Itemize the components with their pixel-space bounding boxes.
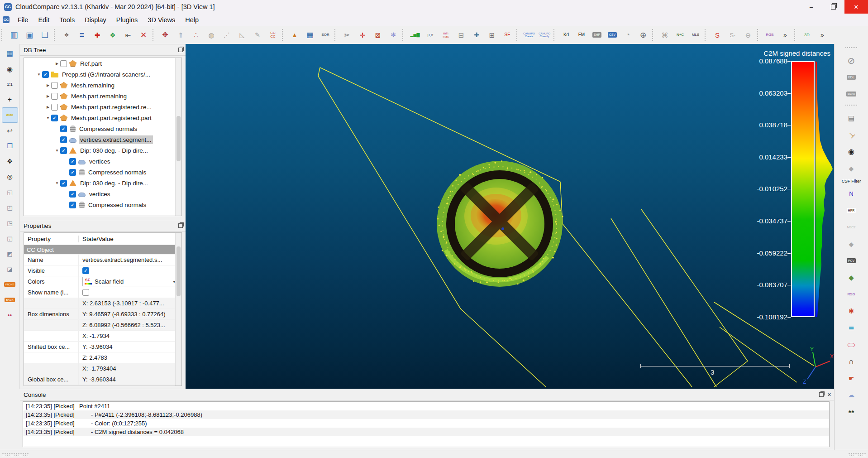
tree-expand-arrow[interactable]: ▼ bbox=[54, 149, 60, 153]
tree-expand-arrow[interactable]: ▶ bbox=[45, 83, 51, 87]
visibility-checkbox[interactable]: ✓ bbox=[69, 169, 76, 176]
visibility-checkbox[interactable]: ✓ bbox=[69, 158, 76, 165]
tree-expand-arrow[interactable]: ▶ bbox=[45, 94, 51, 98]
tree-item[interactable]: ✓Compressed normals bbox=[24, 167, 181, 178]
save-all-icon[interactable]: ❏ bbox=[37, 27, 52, 43]
shp-icon[interactable]: SHP bbox=[589, 27, 605, 43]
view-iso1-icon[interactable]: ◩ bbox=[2, 246, 18, 261]
tree-expand-arrow[interactable]: ▶ bbox=[45, 105, 51, 109]
visibility-checkbox[interactable] bbox=[51, 104, 58, 111]
screenshot-camera-icon[interactable]: ◉ bbox=[2, 61, 18, 77]
console-log[interactable]: [14:23:35] [Picked]Point #2411[14:23:35]… bbox=[23, 401, 830, 447]
csv-icon[interactable]: CSV bbox=[605, 27, 620, 43]
tree-item[interactable]: ▼✓Dip: 030 deg. - Dip dire... bbox=[24, 145, 181, 156]
hand-pick-icon[interactable]: ☛ bbox=[843, 370, 859, 386]
float-panel-icon[interactable] bbox=[178, 48, 183, 52]
toolbar-overflow-icon[interactable]: » bbox=[777, 27, 793, 43]
pick-point-icon[interactable]: ⌖ bbox=[59, 27, 74, 43]
minmax-icon[interactable]: min max bbox=[438, 27, 453, 43]
view-left-icon[interactable]: ◳ bbox=[2, 215, 18, 231]
ssao-icon[interactable]: SSAO bbox=[843, 86, 859, 102]
float-panel-icon[interactable] bbox=[819, 392, 824, 397]
sf-add-icon[interactable]: ✚ bbox=[469, 27, 484, 43]
fm-icon[interactable]: FM bbox=[574, 27, 589, 43]
save-icon[interactable]: ▣ bbox=[22, 27, 37, 43]
tree-expand-arrow[interactable]: ▶ bbox=[54, 62, 60, 66]
resolution-checker-icon[interactable]: ▦ bbox=[302, 27, 318, 43]
s-inactive-icon[interactable]: S· bbox=[725, 27, 740, 43]
kd-tree-icon[interactable]: Kd bbox=[558, 27, 574, 43]
normals-n-icon[interactable]: N bbox=[843, 185, 859, 202]
render-screen-icon[interactable]: ▦ bbox=[2, 46, 18, 61]
delete-icon[interactable]: ✕ bbox=[136, 27, 151, 43]
view-iso2-icon[interactable]: ◪ bbox=[2, 261, 18, 277]
back-view-icon[interactable]: BACK bbox=[2, 292, 18, 308]
apply-transformation-icon[interactable]: ⇤ bbox=[120, 27, 136, 43]
view-top-icon[interactable]: ◱ bbox=[2, 184, 18, 200]
mls-icon[interactable]: MLS bbox=[688, 27, 703, 43]
facets-icon[interactable]: ◆ bbox=[843, 269, 859, 286]
zoom-1-1-icon[interactable]: 1:1 bbox=[2, 77, 18, 92]
3d-view[interactable]: C2M signed distances 3 Y X Z 0.0876880.0… bbox=[186, 44, 834, 389]
menu-edit[interactable]: Edit bbox=[33, 14, 54, 26]
pivot-icon[interactable]: ↩ bbox=[2, 123, 18, 138]
minimize-button[interactable]: – bbox=[800, 0, 822, 14]
hpr-icon[interactable]: HPR bbox=[843, 202, 859, 219]
open-icon[interactable]: ▥ bbox=[6, 27, 22, 43]
sf-scale-icon[interactable]: SF bbox=[500, 27, 515, 43]
gears-icon[interactable]: ✱ bbox=[843, 303, 859, 319]
edl-icon[interactable]: EDL bbox=[843, 69, 859, 86]
menu-help[interactable]: Help bbox=[180, 14, 204, 26]
disable-filter-icon[interactable]: ⊘ bbox=[843, 52, 859, 69]
zoom-icon[interactable]: ◎ bbox=[2, 169, 18, 184]
properties-list-icon[interactable]: ≡ bbox=[74, 27, 90, 43]
rsd-icon[interactable]: RSD bbox=[843, 286, 859, 303]
canupo-create-icon[interactable]: CANUPO Create bbox=[521, 27, 537, 43]
menu-3d-views[interactable]: 3D Views bbox=[143, 14, 180, 26]
ellipse-icon[interactable]: ◯ bbox=[843, 336, 859, 353]
tree-item[interactable]: ▶Mesh.part.part.registered.re... bbox=[24, 101, 181, 112]
visibility-checkbox[interactable] bbox=[51, 93, 58, 100]
cross-section-icon[interactable]: ⊠ bbox=[370, 27, 386, 43]
visibility-checkbox[interactable]: ✓ bbox=[60, 180, 67, 187]
tree-item[interactable]: ▼✓Mesh.part.part.registered.part bbox=[24, 112, 181, 123]
scatter-b-icon[interactable]: ◺ bbox=[234, 27, 250, 43]
visibility-checkbox[interactable]: ✓ bbox=[60, 125, 67, 132]
point-list-picking-icon[interactable]: ✚ bbox=[90, 27, 105, 43]
cc-colors-icon[interactable]: CC CC bbox=[265, 27, 281, 43]
layers-icon[interactable]: ≣ bbox=[843, 319, 859, 336]
visibility-checkbox[interactable]: ✓ bbox=[69, 202, 76, 208]
s-active-icon[interactable]: S bbox=[710, 27, 725, 43]
colors-dropdown[interactable]: SFScalar field▾ bbox=[82, 277, 178, 286]
tree-item[interactable]: ▼✓Dip: 030 deg. - Dip dire... bbox=[24, 178, 181, 188]
canupo-classify-icon[interactable]: CANUPO Classify bbox=[537, 27, 552, 43]
sf-calculator-icon[interactable]: ⊞ bbox=[484, 27, 500, 43]
cloud-ruler-icon[interactable]: ☁ bbox=[843, 386, 859, 403]
point-size-plus-icon[interactable]: + bbox=[2, 92, 18, 107]
gaussian-icon[interactable]: µ,σ bbox=[423, 27, 438, 43]
toolbar-overflow2-icon[interactable]: » bbox=[815, 27, 830, 43]
tree-item[interactable]: ✓vertices bbox=[24, 188, 181, 199]
sf-delete-icon[interactable]: ⊟ bbox=[453, 27, 469, 43]
restore-button[interactable] bbox=[822, 0, 844, 14]
view-front-icon[interactable]: ◰ bbox=[2, 200, 18, 215]
property-checkbox[interactable]: ✓ bbox=[82, 267, 89, 274]
masc-train-icon[interactable]: 3D bbox=[799, 27, 815, 43]
level-icon[interactable]: ✎ bbox=[250, 27, 265, 43]
visibility-checkbox[interactable] bbox=[51, 82, 58, 89]
subsample-icon[interactable]: ∴ bbox=[188, 27, 204, 43]
db-tree-scrollbar[interactable] bbox=[175, 58, 181, 216]
tree-item[interactable]: ▶Ref.part bbox=[24, 58, 181, 69]
pie-sphere-icon[interactable]: ◔ bbox=[620, 27, 635, 43]
stereo-icon[interactable]: ●● bbox=[2, 308, 18, 323]
rgb-filter-icon[interactable]: RGB bbox=[762, 27, 777, 43]
menu-display[interactable]: Display bbox=[80, 14, 111, 26]
close-button[interactable]: ✕ bbox=[844, 0, 868, 14]
plugins-puzzle-icon[interactable]: ⌘ bbox=[657, 27, 672, 43]
nc-icon[interactable]: N+C bbox=[672, 27, 688, 43]
trees-icon[interactable]: ♣♣ bbox=[843, 403, 859, 420]
tree-item[interactable]: ✓Compressed normals bbox=[24, 123, 181, 134]
tree-item[interactable]: ▶Mesh.part.remaining bbox=[24, 91, 181, 101]
visibility-checkbox[interactable]: ✓ bbox=[60, 147, 67, 154]
scissors-icon[interactable]: ✂ bbox=[339, 27, 355, 43]
